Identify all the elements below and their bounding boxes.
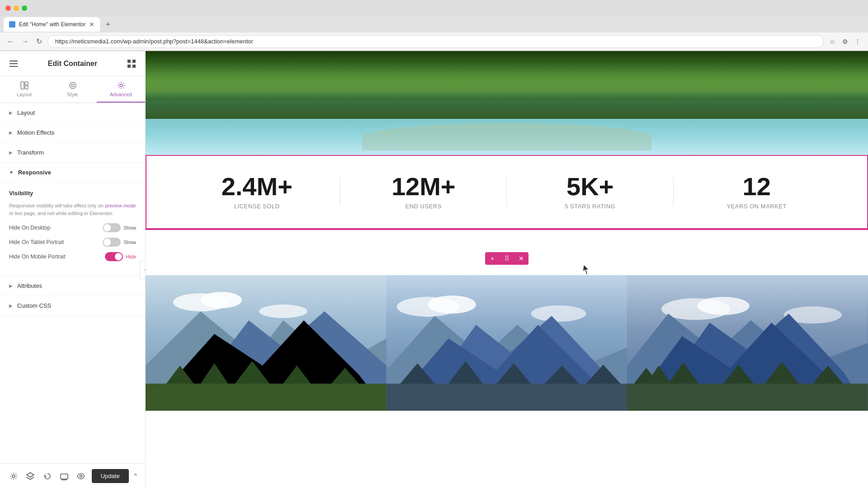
section-attributes-label: Attributes xyxy=(17,282,42,289)
svg-point-11 xyxy=(71,84,74,87)
svg-point-19 xyxy=(259,305,307,318)
bottom-chevron-icon[interactable]: ⌃ xyxy=(133,473,138,480)
visibility-section: Visibility Responsive visibility will ta… xyxy=(0,183,145,276)
move-section-button[interactable]: ⠿ xyxy=(500,252,514,265)
section-attributes[interactable]: ▶ Attributes xyxy=(0,276,145,296)
reload-button[interactable]: ↻ xyxy=(34,35,44,47)
responsive-icon[interactable] xyxy=(58,470,71,483)
svg-point-32 xyxy=(531,305,586,322)
section-responsive[interactable]: ▼ Responsive xyxy=(0,163,145,183)
settings-icon[interactable] xyxy=(7,470,20,483)
svg-rect-9 xyxy=(25,86,28,89)
hide-tablet-toggle[interactable] xyxy=(103,238,121,247)
svg-point-12 xyxy=(120,84,123,87)
svg-point-18 xyxy=(201,292,242,308)
visibility-note-after: or live page, and not while editing in E… xyxy=(9,211,113,216)
app-container: Edit Container xyxy=(0,51,868,488)
hide-tablet-toggle-wrapper: Show xyxy=(103,238,136,247)
stat-number-users: 12M+ xyxy=(392,174,456,199)
stat-number-stars: 5K+ xyxy=(566,174,613,199)
browser-titlebar xyxy=(0,0,868,16)
tab-style[interactable]: Style xyxy=(48,76,97,103)
hide-desktop-toggle[interactable] xyxy=(103,223,121,232)
layers-icon[interactable] xyxy=(24,470,37,483)
attributes-arrow: ▶ xyxy=(9,283,13,288)
tab-close-button[interactable]: ✕ xyxy=(89,21,94,28)
hide-mobile-toggle-text: Hide xyxy=(126,254,136,259)
responsive-arrow: ▼ xyxy=(9,170,14,175)
hide-desktop-toggle-wrapper: Show xyxy=(103,223,136,232)
svg-rect-8 xyxy=(25,82,28,85)
mountain-svg-2 xyxy=(387,275,627,411)
tab-layout-label: Layout xyxy=(17,92,32,97)
svg-rect-5 xyxy=(127,65,131,68)
visibility-note-before: Responsive visibility will take effect o… xyxy=(9,203,105,208)
mountain-bg-3 xyxy=(627,275,868,411)
hide-mobile-toggle[interactable] xyxy=(105,252,123,261)
stat-label-stars: 5 STARS RATING xyxy=(565,203,615,210)
panel-content: ▶ Layout ▶ Motion Effects ▶ Transform ▼ … xyxy=(0,103,145,488)
update-button[interactable]: Update xyxy=(92,469,129,483)
url-bar[interactable]: https://meticsmedia1.com/wp-admin/post.p… xyxy=(47,35,824,48)
gallery-section xyxy=(146,275,868,411)
bookmark-icon[interactable]: ☆ xyxy=(827,37,837,47)
stat-number-years: 12 xyxy=(743,174,771,199)
section-custom-css[interactable]: ▶ Custom CSS xyxy=(0,296,145,316)
browser-actions: ☆ ⚙ ⋮ xyxy=(827,37,863,47)
preview-mode-link[interactable]: preview mode xyxy=(105,203,136,208)
extensions-icon[interactable]: ⚙ xyxy=(840,37,850,47)
section-transform[interactable]: ▶ Transform xyxy=(0,143,145,163)
section-transform-label: Transform xyxy=(17,149,44,156)
tab-advanced[interactable]: Advanced xyxy=(97,76,145,103)
traffic-light-red[interactable] xyxy=(5,5,11,11)
hide-desktop-label: Hide On Desktop xyxy=(9,225,50,231)
traffic-light-yellow[interactable] xyxy=(14,5,19,11)
tab-layout[interactable]: Layout xyxy=(0,76,48,103)
transform-arrow: ▶ xyxy=(9,150,13,155)
forward-button[interactable]: → xyxy=(20,36,31,47)
svg-rect-6 xyxy=(132,65,136,68)
address-bar: ← → ↻ https://meticsmedia1.com/wp-admin/… xyxy=(0,33,868,51)
section-motion-effects[interactable]: ▶ Motion Effects xyxy=(0,123,145,143)
back-button[interactable]: ← xyxy=(5,36,16,47)
hamburger-icon[interactable] xyxy=(7,57,20,70)
browser-tab-active[interactable]: Edit "Home" with Elementor ✕ xyxy=(4,17,100,32)
section-custom-css-label: Custom CSS xyxy=(17,302,51,309)
stat-label-license: LICENSE SOLD xyxy=(234,203,280,210)
toggle-row-desktop: Hide On Desktop Show xyxy=(9,223,136,232)
visibility-note: Responsive visibility will take effect o… xyxy=(9,202,136,217)
traffic-light-green[interactable] xyxy=(22,5,27,11)
stats-section: 2.4M+ LICENSE SOLD 12M+ END USERS 5K+ 5 … xyxy=(146,156,867,228)
tab-style-label: Style xyxy=(67,92,78,97)
toggle-row-tablet: Hide On Tablet Portrait Show xyxy=(9,238,136,247)
new-tab-button[interactable]: + xyxy=(102,18,114,31)
close-section-button[interactable]: ✕ xyxy=(514,252,528,265)
url-text: https://meticsmedia1.com/wp-admin/post.p… xyxy=(55,38,253,45)
layout-arrow: ▶ xyxy=(9,110,13,115)
mountain-bg-1 xyxy=(146,275,387,411)
grid-icon[interactable] xyxy=(125,57,138,70)
collapse-handle[interactable]: ‹ xyxy=(140,261,146,279)
panel-header-icons xyxy=(125,57,138,70)
stat-number-license: 2.4M+ xyxy=(222,174,292,199)
eye-icon[interactable] xyxy=(75,470,87,483)
svg-rect-36 xyxy=(387,384,627,411)
svg-rect-23 xyxy=(146,384,387,411)
gallery-item-2 xyxy=(387,275,627,411)
add-section-button[interactable]: + xyxy=(485,252,500,265)
gallery-item-1 xyxy=(146,275,387,411)
stat-item-users: 12M+ END USERS xyxy=(340,174,507,210)
section-layout[interactable]: ▶ Layout xyxy=(0,103,145,123)
motion-arrow: ▶ xyxy=(9,130,13,135)
panel-tabs: Layout Style Advanced xyxy=(0,76,145,103)
left-panel: Edit Container xyxy=(0,51,146,488)
history-icon[interactable] xyxy=(41,470,54,483)
stat-label-years: YEARS ON MARKET xyxy=(727,203,787,210)
traffic-lights xyxy=(5,5,27,11)
menu-icon[interactable]: ⋮ xyxy=(853,37,863,47)
browser-chrome: Edit "Home" with Elementor ✕ + ← → ↻ htt… xyxy=(0,0,868,51)
svg-rect-4 xyxy=(132,60,136,63)
mountain-bg-2 xyxy=(387,275,627,411)
section-motion-label: Motion Effects xyxy=(17,129,54,136)
svg-rect-49 xyxy=(627,384,868,411)
